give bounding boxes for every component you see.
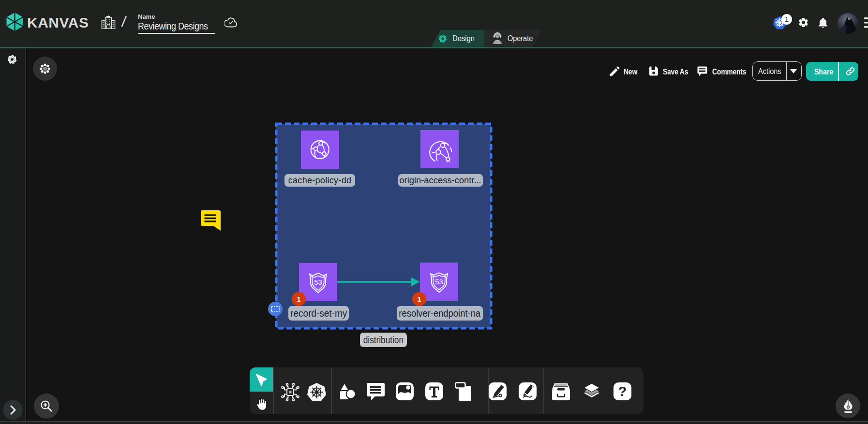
svg-text:53: 53 — [435, 278, 443, 286]
svg-text:53: 53 — [314, 278, 322, 286]
svg-text:?: ? — [618, 384, 627, 399]
